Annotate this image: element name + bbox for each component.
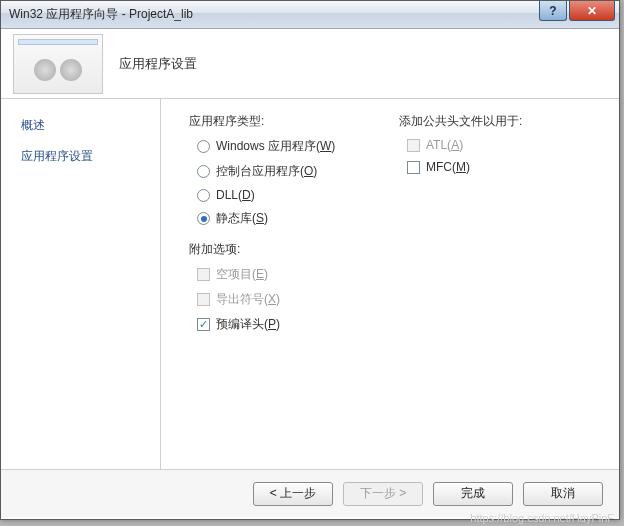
radio-icon xyxy=(197,189,210,202)
app-type-label: 应用程序类型: xyxy=(189,113,399,130)
common-headers-label: 添加公共头文件以用于: xyxy=(399,113,603,130)
close-button[interactable]: ✕ xyxy=(569,1,615,21)
checkbox-icon xyxy=(407,139,420,152)
check-export-symbols: 导出符号(X) xyxy=(197,291,399,308)
check-mfc[interactable]: MFC(M) xyxy=(407,160,603,174)
radio-windows-app[interactable]: Windows 应用程序(W) xyxy=(197,138,399,155)
header: 应用程序设置 xyxy=(1,29,619,99)
radio-label: Windows 应用程序(W) xyxy=(216,138,335,155)
wizard-window: Win32 应用程序向导 - ProjectA_lib ? ✕ 应用程序设置 概… xyxy=(0,0,620,520)
radio-icon xyxy=(197,140,210,153)
wizard-icon xyxy=(13,34,103,94)
radio-icon xyxy=(197,165,210,178)
checkbox-icon xyxy=(197,293,210,306)
sidebar-item-settings[interactable]: 应用程序设置 xyxy=(21,148,150,165)
extra-options-label: 附加选项: xyxy=(189,241,399,258)
radio-static-lib[interactable]: 静态库(S) xyxy=(197,210,399,227)
sidebar-item-overview[interactable]: 概述 xyxy=(21,117,150,134)
checkbox-label: ATL(A) xyxy=(426,138,463,152)
check-empty-project: 空项目(E) xyxy=(197,266,399,283)
radio-dll[interactable]: DLL(D) xyxy=(197,188,399,202)
checkbox-label: 空项目(E) xyxy=(216,266,268,283)
finish-button[interactable]: 完成 xyxy=(433,482,513,506)
back-button[interactable]: < 上一步 xyxy=(253,482,333,506)
titlebar[interactable]: Win32 应用程序向导 - ProjectA_lib ? ✕ xyxy=(1,1,619,29)
body: 概述 应用程序设置 应用程序类型: Windows 应用程序(W) 控制台应用程… xyxy=(1,99,619,469)
footer: < 上一步 下一步 > 完成 取消 xyxy=(1,469,619,517)
checkbox-label: 预编译头(P) xyxy=(216,316,280,333)
check-atl: ATL(A) xyxy=(407,138,603,152)
help-button[interactable]: ? xyxy=(539,1,567,21)
title-controls: ? ✕ xyxy=(537,1,615,21)
checkbox-label: MFC(M) xyxy=(426,160,470,174)
radio-label: 控制台应用程序(O) xyxy=(216,163,317,180)
sidebar: 概述 应用程序设置 xyxy=(1,99,161,469)
window-title: Win32 应用程序向导 - ProjectA_lib xyxy=(9,6,193,23)
checkbox-icon xyxy=(197,318,210,331)
cancel-button[interactable]: 取消 xyxy=(523,482,603,506)
radio-label: DLL(D) xyxy=(216,188,255,202)
checkbox-icon xyxy=(197,268,210,281)
watermark: https://blog.csdn.net/HayPinF xyxy=(470,512,614,524)
next-button: 下一步 > xyxy=(343,482,423,506)
checkbox-label: 导出符号(X) xyxy=(216,291,280,308)
radio-console-app[interactable]: 控制台应用程序(O) xyxy=(197,163,399,180)
checkbox-icon xyxy=(407,161,420,174)
radio-label: 静态库(S) xyxy=(216,210,268,227)
header-title: 应用程序设置 xyxy=(119,55,197,73)
radio-icon xyxy=(197,212,210,225)
main-panel: 应用程序类型: Windows 应用程序(W) 控制台应用程序(O) DLL(D… xyxy=(161,99,619,469)
check-precompiled-header[interactable]: 预编译头(P) xyxy=(197,316,399,333)
